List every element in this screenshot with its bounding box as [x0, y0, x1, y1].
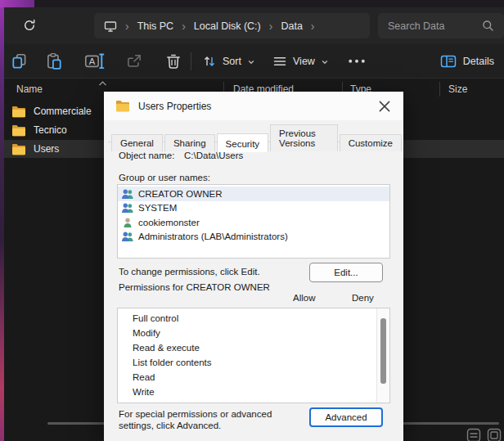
details-pane-button[interactable]: Details	[440, 52, 494, 71]
chevron-right-icon: ›	[310, 20, 316, 32]
dialog-titlebar[interactable]: Users Properties	[104, 92, 403, 120]
dialog-tab[interactable]: Sharing	[164, 134, 215, 151]
refresh-icon[interactable]	[22, 18, 37, 33]
view-button[interactable]: View	[272, 52, 329, 71]
column-header-name[interactable]: Name	[16, 83, 43, 95]
group-user-name[interactable]: SYSTEM	[138, 203, 177, 213]
delete-button[interactable]	[164, 52, 182, 70]
group-user-list[interactable]: CREATOR OWNER SYSTEM cookiemonster Admin…	[117, 184, 390, 259]
sort-ascending-icon	[98, 78, 107, 84]
permissions-rows: Full control Modify Read & execute List …	[118, 311, 389, 403]
advanced-hint-text: For special permissions or advanced sett…	[119, 409, 308, 431]
command-toolbar: A Sort View	[4, 44, 504, 79]
group-user-row[interactable]: cookiemonster	[118, 215, 389, 230]
breadcrumb-item[interactable]: Local Disk (C:) ›	[194, 20, 274, 32]
folder-icon	[11, 143, 26, 155]
permission-row[interactable]: Read	[118, 370, 389, 385]
permissions-label: Permissions for CREATOR OWNER	[119, 282, 286, 294]
toolbar-divider	[191, 52, 191, 70]
search-icon[interactable]	[482, 20, 494, 32]
edit-button[interactable]: Edit...	[309, 263, 383, 282]
folder-icon	[115, 100, 130, 112]
group-user-row[interactable]: Administrators (LAB\Administrators)	[118, 230, 389, 245]
breadcrumb-items: This PC › Local Disk (C:) › Data ›	[137, 20, 316, 32]
vertical-scrollbar[interactable]	[376, 308, 389, 403]
thumbnail-view-toggle-icon[interactable]	[487, 428, 502, 441]
permission-row[interactable]: List folder contents	[118, 355, 389, 370]
chevron-right-icon: ›	[181, 20, 187, 32]
this-pc-icon	[104, 20, 117, 33]
permission-name: Read & execute	[133, 343, 200, 353]
details-view-toggle-icon[interactable]	[466, 428, 481, 441]
breadcrumb-item[interactable]: This PC ›	[137, 20, 187, 32]
chevron-down-icon	[247, 57, 255, 65]
chevron-right-icon: ›	[124, 20, 130, 32]
chevron-down-icon	[321, 57, 329, 65]
search-input[interactable]: Search Data	[378, 13, 504, 38]
file-name[interactable]: Tecnico	[34, 124, 67, 136]
column-header-size[interactable]: Size	[448, 83, 467, 95]
allow-column-header: Allow	[293, 293, 315, 303]
column-divider[interactable]	[439, 82, 440, 97]
dialog-title: Users Properties	[138, 101, 211, 112]
object-name-label: Object name:	[119, 151, 174, 160]
permission-row[interactable]: Modify	[118, 326, 389, 340]
dialog-tab[interactable]: Customize	[340, 134, 402, 151]
permission-name: Read	[133, 372, 155, 382]
copy-button[interactable]	[11, 52, 29, 70]
group-user-name[interactable]: CREATOR OWNER	[138, 189, 222, 199]
paste-button[interactable]	[45, 52, 63, 70]
sort-button[interactable]: Sort	[202, 52, 255, 71]
statusbar-view-toggles	[466, 428, 502, 441]
permission-name: Modify	[133, 328, 160, 338]
group-user-name[interactable]: cookiemonster	[138, 218, 200, 227]
details-pane-icon	[440, 55, 457, 68]
dialog-tab[interactable]: Security	[217, 133, 269, 152]
advanced-button[interactable]: Advanced	[309, 407, 383, 427]
file-name[interactable]: Users	[34, 143, 59, 155]
file-name[interactable]: Commerciale	[34, 106, 92, 117]
search-placeholder: Search Data	[388, 20, 444, 32]
chevron-right-icon: ›	[268, 20, 274, 32]
group-list-label: Group or user names:	[119, 173, 210, 182]
close-icon[interactable]	[377, 99, 392, 114]
permission-row[interactable]: Full control	[118, 311, 389, 326]
group-user-row[interactable]: CREATOR OWNER	[118, 187, 389, 201]
permission-row[interactable]: Read & execute	[118, 340, 389, 355]
folder-icon	[11, 106, 26, 118]
permission-name: Special permissions	[133, 402, 216, 403]
folder-icon	[11, 124, 26, 137]
dialog-tab[interactable]: Previous Versions	[270, 124, 338, 151]
rename-button[interactable]: A	[84, 52, 106, 70]
dialog-tab[interactable]: General	[111, 134, 163, 151]
group-user-row[interactable]: SYSTEM	[118, 201, 389, 216]
sort-icon	[202, 54, 217, 69]
more-options-button[interactable]	[346, 52, 367, 70]
permission-name: List folder contents	[133, 358, 212, 367]
permissions-list[interactable]: Full control Modify Read & execute List …	[117, 308, 390, 403]
navigation-bar: › This PC › Local Disk (C:) › Data	[4, 7, 504, 44]
breadcrumb-item[interactable]: Data ›	[281, 20, 315, 32]
properties-dialog: Users Properties General Sharing Securit…	[104, 92, 403, 441]
group-user-name[interactable]: Administrators (LAB\Administrators)	[138, 232, 288, 241]
permission-row[interactable]: Write	[118, 385, 389, 399]
view-icon	[272, 54, 287, 69]
deny-column-header: Deny	[352, 293, 374, 303]
window-titlebar-strip	[34, 0, 504, 7]
permission-name: Write	[133, 387, 155, 397]
edit-hint-text: To change permissions, click Edit.	[119, 267, 260, 277]
dialog-tabs: General Sharing Security Previous Versio…	[111, 124, 403, 151]
breadcrumb[interactable]: › This PC › Local Disk (C:) › Data	[94, 13, 370, 38]
explorer-window: › This PC › Local Disk (C:) › Data	[0, 0, 504, 441]
permission-row[interactable]: Special permissions	[118, 399, 389, 403]
scrollbar-thumb[interactable]	[380, 318, 386, 384]
desktop-background-corner	[0, 0, 34, 7]
share-button[interactable]	[125, 52, 143, 70]
permission-name: Full control	[133, 313, 178, 323]
svg-text:A: A	[89, 56, 96, 66]
